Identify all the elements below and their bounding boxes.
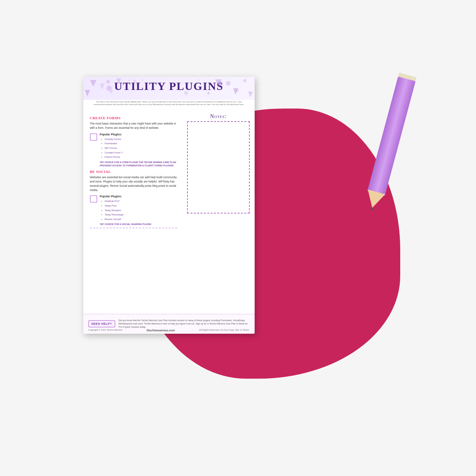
scene: Utility Plugins The links in this docume… <box>57 57 419 419</box>
create-forms-plugins-area: Popular Plugins: Gravity Forms Forminato… <box>100 133 177 167</box>
list-item: Forminator <box>101 141 177 146</box>
doc-right-column: Notes: <box>182 112 255 319</box>
svg-marker-8 <box>233 88 238 95</box>
list-item: Revive Social* <box>101 217 151 222</box>
list-item: Gravity Forms <box>101 137 177 142</box>
doc-left-column: Create Forms The most basic interaction … <box>83 112 182 319</box>
svg-point-12 <box>129 79 130 81</box>
be-social-checkbox[interactable] <box>90 195 97 203</box>
create-forms-desc: The most basic interaction that a user m… <box>90 122 177 130</box>
need-help-text: Did you know that the Techie Mamma Care … <box>119 319 250 328</box>
create-forms-note: *My choice for a form plugin the Techie … <box>100 161 177 167</box>
create-forms-section: Create Forms The most basic interaction … <box>90 116 177 167</box>
svg-point-7 <box>226 81 231 86</box>
svg-point-13 <box>135 84 137 86</box>
svg-point-4 <box>110 90 113 93</box>
svg-marker-0 <box>90 80 97 87</box>
doc-header-decoration: Utility Plugins <box>83 77 255 100</box>
svg-point-17 <box>205 84 206 86</box>
svg-point-14 <box>142 79 143 81</box>
be-social-desc: Websites are essential but social media … <box>90 175 177 192</box>
svg-point-3 <box>106 80 110 84</box>
notes-box[interactable] <box>187 121 250 213</box>
list-item: Fluent Forms <box>101 155 177 159</box>
be-social-plugin-list: Hubbub Pro* Tasty Pins Tasty Recipes Tas… <box>100 199 151 221</box>
svg-marker-10 <box>248 92 253 97</box>
svg-marker-2 <box>85 90 90 97</box>
svg-marker-5 <box>116 78 121 84</box>
separator <box>90 228 177 228</box>
be-social-title: Be Social <box>90 170 177 174</box>
svg-point-11 <box>207 92 210 95</box>
list-item: Tasty Recipes <box>101 208 151 213</box>
be-social-plugins-area: Popular Plugins: Hubbub Pro* Tasty Pins … <box>100 195 151 226</box>
notes-label: Notes: <box>187 113 250 119</box>
document: Utility Plugins The links in this docume… <box>83 77 255 334</box>
rights-text: All Rights Reserved. Do Not Copy, Sell, … <box>199 329 249 332</box>
create-forms-plugin-list: Gravity Forms Forminator WP Forms Contac… <box>100 137 177 159</box>
doc-body: Create Forms The most basic interaction … <box>83 108 255 322</box>
pencil-decoration <box>359 75 420 216</box>
list-item: Tasty Pins <box>101 204 151 208</box>
svg-point-15 <box>198 79 199 81</box>
be-social-popular-label: Popular Plugins: <box>100 195 151 198</box>
list-item: Contact Form 7 <box>101 151 177 155</box>
svg-point-9 <box>243 79 246 82</box>
create-forms-checkbox-row: Popular Plugins: Gravity Forms Forminato… <box>90 133 177 167</box>
pencil-body <box>367 76 415 196</box>
svg-marker-6 <box>215 79 222 86</box>
doc-url: //techiemamma.com <box>147 329 175 332</box>
geometric-shapes <box>83 77 255 100</box>
copyright-text: Copyright © 2024 Techie Mamma <box>88 329 123 332</box>
pencil-point <box>370 207 374 211</box>
list-item: WP Forms <box>101 146 177 151</box>
doc-disclaimer: The links in this document may include a… <box>83 100 255 109</box>
create-forms-checkbox[interactable] <box>90 133 97 141</box>
svg-point-16 <box>191 84 193 86</box>
be-social-note: *My choice for a social sharing plugin <box>100 223 151 226</box>
create-forms-title: Create Forms <box>90 116 177 120</box>
list-item: Tasty Roundups <box>101 212 151 217</box>
be-social-section: Be Social Websites are essential but soc… <box>90 170 177 226</box>
need-help-badge: Need Help? <box>88 320 115 327</box>
svg-marker-1 <box>100 83 105 90</box>
doc-copyright-bar: Copyright © 2024 Techie Mamma //techiema… <box>83 329 255 332</box>
create-forms-popular-label: Popular Plugins: <box>100 133 177 136</box>
list-item: Hubbub Pro* <box>101 199 151 204</box>
be-social-checkbox-row: Popular Plugins: Hubbub Pro* Tasty Pins … <box>90 195 177 226</box>
